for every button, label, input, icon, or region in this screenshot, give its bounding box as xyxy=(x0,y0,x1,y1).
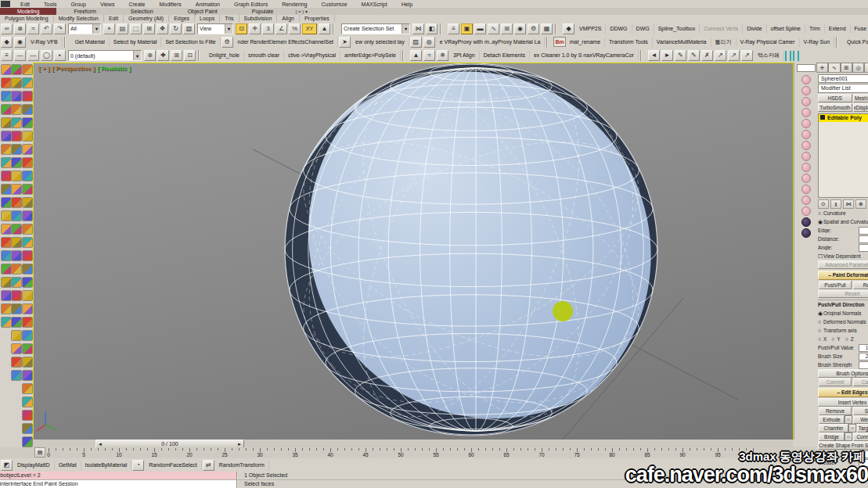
amferedge-polysele-button[interactable]: amferEdge>PolySele xyxy=(340,51,401,60)
maxscript-mini-listener[interactable]: subobjectLevel = 2 PainterInterface End … xyxy=(0,472,238,488)
rendered-frame-icon[interactable]: ▦ xyxy=(541,23,553,34)
checkbox-view-dependent[interactable]: ☐ xyxy=(818,253,823,260)
macro-icon[interactable] xyxy=(22,197,33,208)
돌리기-button[interactable]: 돌리기 xyxy=(711,38,737,47)
target-weld-button[interactable]: Target Weld xyxy=(857,424,868,432)
randomfaceselect-button[interactable]: RandomFaceSelect xyxy=(145,461,201,470)
extrude-button[interactable]: Extrude xyxy=(819,415,845,424)
macro-icon[interactable] xyxy=(11,104,22,115)
macro-icon[interactable] xyxy=(1,277,12,288)
layer-circle-icon[interactable]: ◯ xyxy=(41,50,52,61)
layer-props-icon[interactable]: ⊞ xyxy=(171,50,182,61)
select-layer-icon[interactable]: ⊡ xyxy=(184,50,196,61)
macro-icon[interactable] xyxy=(11,77,22,88)
advanced-parameters-button[interactable]: Advanced Parameters... xyxy=(818,260,868,269)
window-crossing-icon[interactable]: ⊞ xyxy=(143,23,155,34)
extend-button[interactable]: Extend xyxy=(825,24,851,34)
menu-customize[interactable]: Customize xyxy=(314,2,354,7)
round-macro-icon[interactable] xyxy=(801,152,811,161)
weld-button[interactable]: Weld xyxy=(853,415,868,424)
get-material-button[interactable]: Get Material xyxy=(71,38,110,47)
radio-transform-axis[interactable]: ○ xyxy=(818,328,823,333)
axis-radio-z[interactable]: ○ xyxy=(845,336,851,342)
macro-icon[interactable] xyxy=(22,370,33,381)
ribbon-panel-geometry-all[interactable]: Geometry (All) xyxy=(124,15,169,22)
randomtransform-button[interactable]: RandomTransform xyxy=(215,461,269,470)
chevron-down-icon[interactable]: ▾ xyxy=(92,24,100,34)
select-scale-icon[interactable]: ▧ xyxy=(183,23,195,34)
macro-icon[interactable] xyxy=(1,131,12,142)
motion-tab-icon[interactable]: ◎ xyxy=(852,63,864,72)
menu-edit[interactable]: Edit xyxy=(13,2,37,7)
macro-icon[interactable] xyxy=(22,357,33,368)
macro-icon[interactable] xyxy=(11,357,22,368)
arrow-tool-icon[interactable]: ↗ xyxy=(715,50,726,61)
macro-icon[interactable] xyxy=(1,64,12,75)
chamfer-settings-box[interactable]: □ xyxy=(848,424,856,432)
select-and-link-icon[interactable]: ∞ xyxy=(1,23,13,34)
macro-icon[interactable] xyxy=(1,157,12,168)
macro-icon[interactable] xyxy=(11,264,22,274)
pen-tool-icon[interactable]: ✎ xyxy=(675,50,686,61)
macro-icon[interactable] xyxy=(22,170,33,181)
ribbon-toggle-icon[interactable]: ▬ xyxy=(474,23,486,34)
round-macro-icon[interactable] xyxy=(801,119,811,128)
layer-filter-icon[interactable]: ▨ xyxy=(410,37,422,48)
insert-vertex-button[interactable]: Insert Vertex xyxy=(818,398,868,407)
material-editor-icon[interactable]: ◉ xyxy=(514,23,526,34)
spin-field-push-pull-value[interactable]: 100.0 xyxy=(859,344,868,352)
round-macro-icon[interactable] xyxy=(801,97,811,106)
macro-icon[interactable] xyxy=(22,77,33,88)
viewport-shading-label[interactable]: [ Realistic ] xyxy=(97,65,131,72)
ribbon-tab-freeform[interactable]: Freeform xyxy=(56,8,113,15)
round-macro-icon[interactable] xyxy=(801,75,811,84)
macro-icon[interactable] xyxy=(11,317,22,328)
round-macro-icon-dark[interactable] xyxy=(801,228,811,238)
variancemultmateria-button[interactable]: VarianceMultMateria xyxy=(653,38,711,47)
menu-animation[interactable]: Animation xyxy=(189,2,227,7)
modifier-set-turbosmooth[interactable]: TurboSmooth xyxy=(818,103,852,112)
trim-button[interactable]: Trim xyxy=(805,24,825,34)
macro-icon[interactable] xyxy=(22,436,33,447)
connect-verts-button[interactable]: Connect Verts xyxy=(700,24,743,34)
macro-icon[interactable] xyxy=(22,157,33,168)
macro-icon[interactable] xyxy=(11,170,22,181)
dnlight-hole-button[interactable]: Dnlight_hole xyxy=(205,51,244,60)
arrow-tool-3-icon[interactable]: ↗ xyxy=(741,50,753,61)
selection-filter-dropdown[interactable]: All▾ xyxy=(68,23,101,34)
teapot-icon[interactable]: ◉ xyxy=(14,37,26,48)
macro-icon[interactable] xyxy=(22,237,33,248)
app-icon[interactable] xyxy=(1,1,10,7)
spin-field-brush-size[interactable]: 200.0 xyxy=(859,353,868,361)
menu-modifiers[interactable]: Modifiers xyxy=(152,2,188,7)
snap-toggle-icon[interactable]: 3 xyxy=(262,23,274,34)
macro-icon[interactable] xyxy=(22,104,33,115)
ribbon-tab-populate[interactable]: Populate xyxy=(235,8,291,15)
macro-icon[interactable] xyxy=(22,117,33,128)
round-macro-icon[interactable] xyxy=(801,108,811,117)
macro-icon[interactable] xyxy=(22,264,33,274)
ddwg-button[interactable]: DDWG xyxy=(606,24,632,34)
menu-group[interactable]: Group xyxy=(63,2,92,7)
macro-icon[interactable] xyxy=(1,144,12,155)
radio-original-normals[interactable]: ◉ xyxy=(818,310,823,317)
matid-icon[interactable]: ◩ xyxy=(1,460,13,471)
round-macro-icon-dark[interactable] xyxy=(801,217,811,227)
chevron-down-icon[interactable]: ▾ xyxy=(225,24,232,34)
modifier-set-hsds[interactable]: HSDS xyxy=(818,94,852,102)
ribbon-panel-edges[interactable]: Edges xyxy=(169,15,195,22)
revert-button[interactable]: Revert xyxy=(818,289,868,298)
spinner-snap-icon[interactable]: ▲ xyxy=(319,23,330,34)
select-rotate-icon[interactable]: ↻ xyxy=(170,23,182,34)
ribbon-panel-subdivision[interactable]: Subdivision xyxy=(240,15,278,22)
macro-icon[interactable] xyxy=(1,224,12,235)
menu-graph-editors[interactable]: Graph Editors xyxy=(227,2,275,7)
set-selection-to-filte-button[interactable]: Set Selection to Filte xyxy=(161,38,220,47)
macro-icon[interactable] xyxy=(22,277,33,288)
round-macro-icon[interactable] xyxy=(801,86,811,95)
ribbon-panel-polygon-modeling[interactable]: Polygon Modeling xyxy=(0,15,54,22)
layer-color-icon[interactable]: ▪ xyxy=(54,50,66,61)
macro-icon[interactable] xyxy=(22,423,33,434)
redo-icon[interactable]: ↷ xyxy=(54,23,66,34)
macro-icon[interactable] xyxy=(11,250,22,261)
